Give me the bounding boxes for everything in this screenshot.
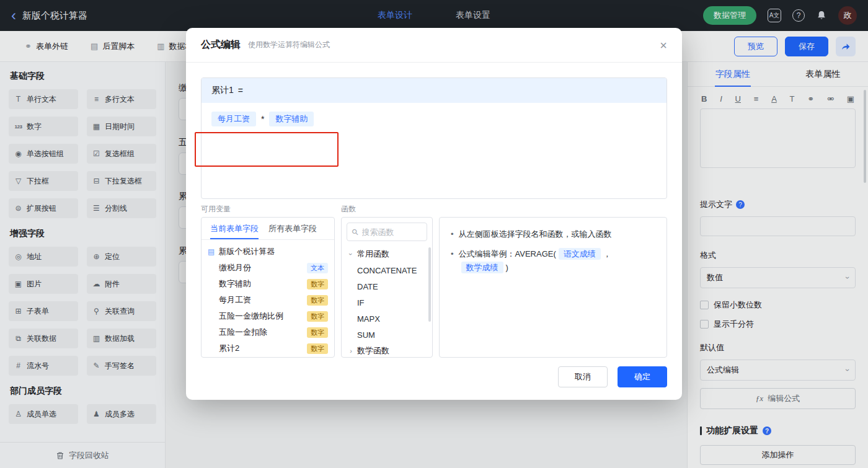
formula-operator: * — [261, 114, 264, 124]
bullet-icon: • — [451, 227, 454, 241]
function-group-label: 数学函数 — [357, 345, 389, 356]
example-field-tag: 语文成绩 — [559, 248, 601, 260]
modal-footer: 取消 确定 — [558, 366, 667, 387]
function-item-date[interactable]: DATE — [342, 278, 432, 294]
variables-tabs: 当前表单字段 所有表单字段 — [202, 218, 334, 240]
function-group-common[interactable]: › 常用函数 — [342, 246, 432, 262]
confirm-button[interactable]: 确定 — [618, 366, 667, 387]
functions-scrollbar[interactable] — [428, 247, 431, 322]
function-group-math[interactable]: › 数学函数 — [342, 343, 432, 358]
functions-column: 函数 ⚲ › 常用函数 CONCATENATE DATE IF MAPX SUM — [341, 204, 433, 358]
formula-target-row: 累计1 = — [202, 78, 666, 103]
formula-field-tag[interactable]: 数字辅助 — [269, 112, 314, 126]
variable-name: 数字辅助 — [219, 278, 303, 289]
field-type-badge: 文本 — [307, 263, 328, 273]
variable-name: 累计2 — [219, 343, 303, 354]
tab-current-form-fields[interactable]: 当前表单字段 — [205, 218, 264, 239]
help-example-suffix: ) — [506, 263, 508, 272]
function-item-mapx[interactable]: MAPX — [342, 311, 432, 327]
bullet-icon: • — [451, 247, 454, 261]
formula-editor-modal: 公式编辑 使用数学运算符编辑公式 × 累计1 = 每月工资 * 数字辅助 可用变… — [186, 28, 682, 400]
formula-field-tag[interactable]: 每月工资 — [211, 112, 256, 126]
cancel-button[interactable]: 取消 — [558, 366, 608, 387]
variable-row[interactable]: 五险一金缴纳比例数字 — [202, 308, 334, 324]
modal-body: 累计1 = 每月工资 * 数字辅助 可用变量 当前表单字段 所有表单字段 — [186, 63, 682, 373]
modal-header: 公式编辑 使用数学运算符编辑公式 × — [186, 28, 682, 63]
function-item-if[interactable]: IF — [342, 294, 432, 311]
tab-all-form-fields[interactable]: 所有表单字段 — [264, 218, 322, 239]
variable-row[interactable]: 五险一金扣除数字 — [202, 324, 334, 340]
variable-row[interactable]: 缴税月份文本 — [202, 260, 334, 276]
help-line-1: • 从左侧面板选择字段名和函数，或输入函数 — [451, 227, 655, 241]
variables-panel: 当前表单字段 所有表单字段 ▤ 新版个税计算器 缴税月份文本 数字辅助数字 每月… — [201, 217, 335, 358]
close-icon[interactable]: × — [660, 39, 667, 51]
modal-subtitle: 使用数学运算符编辑公式 — [248, 40, 330, 50]
field-type-badge: 数字 — [307, 327, 328, 338]
variables-tree: ▤ 新版个税计算器 缴税月份文本 数字辅助数字 每月工资数字 五险一金缴纳比例数… — [202, 240, 334, 358]
help-spacer — [439, 204, 667, 213]
variables-column: 可用变量 当前表单字段 所有表单字段 ▤ 新版个税计算器 缴税月份文本 数字辅助… — [201, 204, 335, 358]
chevron-down-icon: › — [347, 251, 355, 257]
variables-root[interactable]: ▤ 新版个税计算器 — [202, 244, 334, 260]
variable-row[interactable]: 每月工资数字 — [202, 292, 334, 308]
variable-name: 缴税月份 — [219, 262, 303, 273]
help-example-prefix: 公式编辑举例：AVERAGE( — [459, 249, 556, 258]
formula-equals: = — [238, 86, 243, 95]
help-column: • 从左侧面板选择字段名和函数，或输入函数 • 公式编辑举例：AVERAGE(语… — [439, 204, 667, 358]
help-example-separator: ， — [603, 249, 611, 258]
variables-section-label: 可用变量 — [201, 204, 335, 213]
field-type-badge: 数字 — [307, 279, 328, 289]
chevron-right-icon: › — [348, 347, 354, 355]
search-icon: ⚲ — [350, 226, 360, 237]
formula-expression[interactable]: 每月工资 * 数字辅助 — [202, 103, 666, 135]
functions-section-label: 函数 — [341, 204, 433, 213]
example-field-tag: 数学成绩 — [461, 262, 503, 273]
formula-editor-box[interactable]: 累计1 = 每月工资 * 数字辅助 — [201, 77, 667, 199]
modal-title: 公式编辑 — [201, 38, 241, 51]
variable-row[interactable]: 数字辅助数字 — [202, 276, 334, 292]
field-type-badge: 数字 — [307, 311, 328, 322]
help-example: 公式编辑举例：AVERAGE(语文成绩，数学成绩) — [459, 247, 655, 275]
form-doc-icon: ▤ — [208, 247, 215, 256]
help-panel: • 从左侧面板选择字段名和函数，或输入函数 • 公式编辑举例：AVERAGE(语… — [439, 217, 667, 358]
function-search-box[interactable]: ⚲ — [347, 223, 427, 241]
help-text: 从左侧面板选择字段名和函数，或输入函数 — [459, 227, 612, 241]
variable-name: 五险一金扣除 — [219, 327, 303, 338]
variable-name: 五险一金缴纳比例 — [219, 311, 303, 322]
functions-panel: ⚲ › 常用函数 CONCATENATE DATE IF MAPX SUM › … — [341, 217, 433, 358]
formula-target: 累计1 — [211, 85, 234, 96]
field-type-badge: 数字 — [307, 343, 328, 354]
field-type-badge: 数字 — [307, 295, 328, 306]
variable-name: 每月工资 — [219, 294, 303, 306]
function-item-sum[interactable]: SUM — [342, 327, 432, 343]
modal-columns: 可用变量 当前表单字段 所有表单字段 ▤ 新版个税计算器 缴税月份文本 数字辅助… — [201, 204, 667, 358]
function-search-input[interactable] — [362, 227, 422, 237]
help-line-2: • 公式编辑举例：AVERAGE(语文成绩，数学成绩) — [451, 247, 655, 275]
variable-row[interactable]: 累计2数字 — [202, 340, 334, 356]
variables-root-label: 新版个税计算器 — [218, 246, 275, 257]
function-group-label: 常用函数 — [357, 249, 389, 260]
function-item-concatenate[interactable]: CONCATENATE — [342, 262, 432, 278]
